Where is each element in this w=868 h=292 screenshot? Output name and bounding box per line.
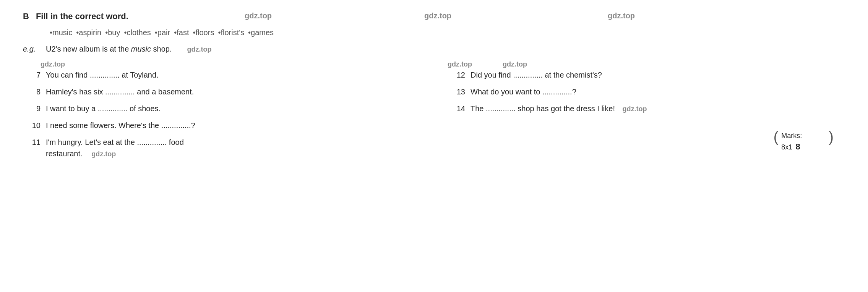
- page: B Fill in the correct word. gdz.top gdz.…: [0, 0, 868, 292]
- watermark-right-top-row: gdz.top gdz.top: [448, 60, 845, 68]
- eg-label: e.g.: [23, 45, 46, 54]
- item-text-12: Did you find .............. at the chemi…: [471, 69, 602, 81]
- item-number-12: 12: [448, 69, 465, 81]
- item-number-9: 9: [23, 103, 41, 114]
- word-8: florist's: [221, 28, 244, 37]
- word-6: fast: [177, 28, 189, 37]
- header-row: B Fill in the correct word. gdz.top gdz.…: [23, 11, 845, 21]
- watermark-3: gdz.top: [608, 11, 635, 20]
- bullet-7: •: [193, 28, 195, 37]
- instruction-text: Fill in the correct word.: [36, 11, 128, 21]
- exercise-item-12: 12 Did you find .............. at the ch…: [448, 69, 845, 81]
- watermark-left-top: gdz.top: [41, 60, 420, 68]
- watermark-eg: gdz.top: [187, 45, 212, 54]
- exercise-item-7: 7 You can find .............. at Toyland…: [23, 69, 420, 81]
- bullet-1: •: [50, 28, 52, 37]
- eg-italic-word: music: [131, 45, 151, 53]
- paren-left: (: [774, 130, 779, 154]
- item-text-14: The .............. shop has got the dres…: [471, 103, 647, 114]
- word-item-7: • floors: [189, 28, 214, 37]
- content-area: gdz.top 7 You can find .............. at…: [23, 60, 845, 165]
- watermark-2: gdz.top: [424, 11, 451, 20]
- item-text-7: You can find .............. at Toyland.: [46, 69, 159, 81]
- watermark-bottom-left: gdz.top: [91, 150, 116, 158]
- exercise-item-9: 9 I want to buy a .............. of shoe…: [23, 103, 420, 114]
- section-label: B: [23, 11, 29, 21]
- word-9: games: [251, 28, 274, 37]
- item-text-13: What do you want to ..............?: [471, 86, 576, 97]
- word-item-3: • buy: [101, 28, 120, 37]
- item-text-10: I need some flowers. Where's the .......…: [46, 120, 195, 131]
- marks-multiplier: 8x1: [781, 143, 792, 151]
- word-item-8: • florist's: [214, 28, 244, 37]
- word-5: pair: [157, 28, 170, 37]
- exercise-item-10: 10 I need some flowers. Where's the ....…: [23, 120, 420, 131]
- word-3: buy: [108, 28, 120, 37]
- item-number-8: 8: [23, 86, 41, 97]
- word-1: music: [52, 28, 72, 37]
- left-column: gdz.top 7 You can find .............. at…: [23, 60, 432, 165]
- marks-score-line: [804, 132, 823, 140]
- item-text-11: I'm hungry. Let's eat at the ...........…: [46, 136, 184, 159]
- bullet-4: •: [124, 28, 127, 37]
- word-item-6: • fast: [170, 28, 189, 37]
- marks-box-outer: ( Marks: 8x1 8 ): [774, 130, 834, 154]
- word-list: • music • aspirin • buy • clothes • pair…: [46, 28, 845, 37]
- exercise-item-13: 13 What do you want to ..............?: [448, 86, 845, 97]
- word-2: aspirin: [79, 28, 101, 37]
- watermark-1: gdz.top: [245, 11, 272, 20]
- eg-text: U2's new album is at the music shop.: [46, 45, 172, 54]
- right-column: gdz.top gdz.top 12 Did you find ........…: [432, 60, 845, 165]
- word-item-1: • music: [46, 28, 72, 37]
- word-item-9: • games: [244, 28, 274, 37]
- watermark-5: gdz.top: [448, 60, 472, 68]
- eg-text-after: shop.: [151, 45, 172, 53]
- item-number-14: 14: [448, 103, 465, 114]
- eg-text-before: U2's new album is at the: [46, 45, 131, 53]
- word-7: floors: [196, 28, 214, 37]
- item-number-13: 13: [448, 86, 465, 97]
- bullet-5: •: [155, 28, 157, 37]
- bullet-8: •: [218, 28, 221, 37]
- watermark-6: gdz.top: [503, 60, 527, 68]
- exercise-item-8: 8 Hamley's has six .............. and a …: [23, 86, 420, 97]
- bullet-9: •: [248, 28, 251, 37]
- example-row: e.g. U2's new album is at the music shop…: [23, 45, 845, 54]
- watermark-4: gdz.top: [41, 60, 65, 68]
- word-4: clothes: [127, 28, 151, 37]
- bullet-6: •: [174, 28, 177, 37]
- marks-label-row: Marks:: [781, 132, 823, 141]
- bullet-3: •: [105, 28, 108, 37]
- item-number-10: 10: [23, 120, 41, 131]
- bullet-2: •: [76, 28, 79, 37]
- word-item-2: • aspirin: [72, 28, 101, 37]
- item-text-9: I want to buy a .............. of shoes.: [46, 103, 161, 114]
- item-number-11: 11: [23, 136, 41, 148]
- watermark-right-bottom: gdz.top: [623, 105, 647, 113]
- marks-denom-row: 8x1 8: [781, 142, 823, 152]
- marks-label: Marks:: [781, 132, 802, 140]
- marks-denominator: 8: [795, 142, 800, 152]
- exercise-item-11: 11 I'm hungry. Let's eat at the ........…: [23, 136, 420, 159]
- word-item-5: • pair: [151, 28, 170, 37]
- marks-container: ( Marks: 8x1 8 ): [448, 130, 845, 154]
- marks-inner: Marks: 8x1 8: [778, 130, 829, 154]
- word-item-4: • clothes: [120, 28, 151, 37]
- paren-right: ): [829, 130, 834, 154]
- item-text-8: Hamley's has six .............. and a ba…: [46, 86, 194, 97]
- exercise-item-14: 14 The .............. shop has got the d…: [448, 103, 845, 114]
- item-number-7: 7: [23, 69, 41, 81]
